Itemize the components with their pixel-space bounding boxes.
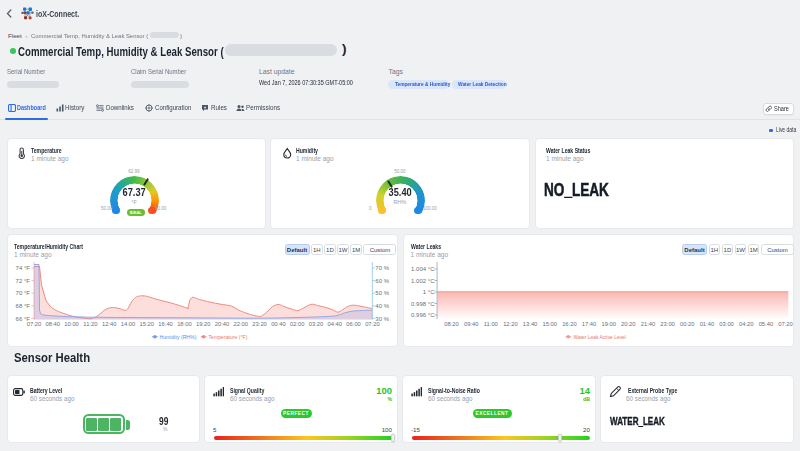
svg-text:16:40: 16:40 <box>158 321 173 327</box>
svg-text:03:20: 03:20 <box>308 321 323 327</box>
svg-text:21:40: 21:40 <box>640 321 655 327</box>
svg-text:72 °F: 72 °F <box>15 278 30 284</box>
svg-text:70 °F: 70 °F <box>15 290 30 296</box>
svg-text:04:40: 04:40 <box>327 321 342 327</box>
svg-text:07:20: 07:20 <box>26 321 41 327</box>
svg-text:74 °F: 74 °F <box>15 265 30 271</box>
svg-text:12:40: 12:40 <box>101 321 116 327</box>
svg-text:50 %: 50 % <box>375 290 389 296</box>
svg-text:19:00: 19:00 <box>601 321 616 327</box>
svg-text:07:20: 07:20 <box>778 321 793 327</box>
svg-text:04:20: 04:20 <box>738 321 753 327</box>
svg-text:12:20: 12:20 <box>503 321 518 327</box>
svg-text:1.004 °C: 1.004 °C <box>411 266 435 272</box>
svg-text:10:00: 10:00 <box>64 321 79 327</box>
svg-text:00:40: 00:40 <box>271 321 286 327</box>
svg-text:17:40: 17:40 <box>581 321 596 327</box>
svg-text:68 °F: 68 °F <box>15 303 30 309</box>
svg-text:60 %: 60 % <box>375 278 389 284</box>
svg-text:15:00: 15:00 <box>542 321 557 327</box>
svg-text:22:00: 22:00 <box>233 321 248 327</box>
svg-text:11:00: 11:00 <box>483 321 497 327</box>
svg-text:03:00: 03:00 <box>719 321 734 327</box>
svg-text:15:20: 15:20 <box>139 321 154 327</box>
svg-text:20:40: 20:40 <box>214 321 229 327</box>
svg-text:70 %: 70 % <box>375 265 389 271</box>
svg-text:08:40: 08:40 <box>45 321 60 327</box>
svg-text:05:40: 05:40 <box>758 321 773 327</box>
svg-text:20:20: 20:20 <box>621 321 636 327</box>
svg-text:11:20: 11:20 <box>83 321 97 327</box>
svg-text:07:20: 07:20 <box>365 321 380 327</box>
svg-text:16:20: 16:20 <box>562 321 577 327</box>
svg-text:02:00: 02:00 <box>289 321 304 327</box>
svg-text:13:40: 13:40 <box>522 321 537 327</box>
svg-text:23:20: 23:20 <box>252 321 267 327</box>
svg-text:0.998 °C: 0.998 °C <box>411 301 435 307</box>
svg-text:Humidity (RH%): Humidity (RH%) <box>159 334 196 340</box>
svg-text:Temperature (°F): Temperature (°F) <box>208 334 247 340</box>
svg-text:0.996 °C: 0.996 °C <box>411 312 435 318</box>
svg-text:06:00: 06:00 <box>346 321 361 327</box>
svg-text:23:00: 23:00 <box>660 321 675 327</box>
svg-text:08:20: 08:20 <box>444 321 459 327</box>
svg-text:18:00: 18:00 <box>177 321 192 327</box>
svg-text:1.002 °C: 1.002 °C <box>411 278 435 284</box>
svg-text:14:00: 14:00 <box>120 321 135 327</box>
svg-text:1 °C: 1 °C <box>422 289 434 295</box>
svg-text:09:40: 09:40 <box>463 321 478 327</box>
svg-text:01:40: 01:40 <box>699 321 714 327</box>
svg-text:40 %: 40 % <box>375 303 389 309</box>
svg-text:00:20: 00:20 <box>680 321 695 327</box>
svg-text:19:20: 19:20 <box>195 321 210 327</box>
svg-text:Water Leak Active Level: Water Leak Active Level <box>573 334 625 341</box>
